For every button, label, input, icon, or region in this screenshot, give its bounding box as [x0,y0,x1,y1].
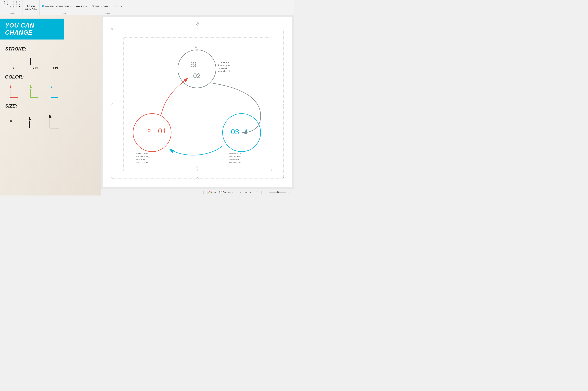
svg-text:dolor sit amet,: dolor sit amet, [136,155,149,158]
view-full-button[interactable]: ⛶ [256,191,258,194]
circle-icon[interactable]: ⬭ [12,1,15,3]
replace-dropdown-icon[interactable]: ▾ [110,5,111,7]
svg-text:⚙: ⚙ [147,128,151,133]
status-bar: 📝 Notes 💬 Comments ⊟ ⊞ ⊡ ⛶ − [101,189,294,196]
square-icon[interactable]: ▢ [15,1,18,3]
svg-text:adipiscing elit: adipiscing elit [229,161,241,163]
rect-icon[interactable]: ▭ [9,1,12,3]
svg-text:consectetur: consectetur [136,158,147,160]
quick-styles-button[interactable]: ⊡ Quick Styles [24,7,38,11]
dropdown-shapes-icon[interactable]: ▾ [18,1,21,3]
view-slide-button[interactable]: ⊞ [245,191,247,194]
shape-effects-button[interactable]: ✦ Shape Effects ▾ [72,4,89,8]
arc2-icon[interactable]: ∫ [6,3,9,5]
drawing-icons-row3: ⌣ ⌢ { } ⋯ ▾ [3,5,21,8]
svg-marker-8 [10,85,11,88]
stroke-5pt-svg [51,55,61,65]
stroke-section: STROKE: 2 PT 3 PT [0,46,101,69]
expand2-icon[interactable]: ▾ [18,5,21,8]
arrow-right-icon[interactable]: → [9,3,12,5]
stroke-5pt-item: 5 PT [51,55,61,69]
brace-icon[interactable]: { [9,5,12,8]
comments-button[interactable]: 💬 Comments [219,191,233,194]
svg-point-39 [223,114,261,152]
color-label: COLOR: [5,74,96,80]
replace-item[interactable]: ↔ Replace ▾ [100,5,112,7]
svg-text:Lorem ipsum: Lorem ipsum [229,152,241,154]
arrow2-icon[interactable]: ⇒ [12,3,15,5]
line-icon[interactable]: / [3,1,6,3]
stroke-2pt-label: 2 PT [13,67,18,69]
svg-marker-23 [49,114,51,118]
stroke-2pt-item: 2 PT [10,55,20,69]
zoom-in-button[interactable]: + [287,191,291,194]
size-demo-row [10,112,96,129]
color-blue-item [51,83,61,98]
main-area: YOU CAN CHANGE STROKE: 2 PT [0,15,294,196]
find-icon: 🔍 [92,5,94,7]
svg-text:adipiscing elit: adipiscing elit [136,161,148,163]
shape-fill-dropdown-icon[interactable]: ▾ [53,5,54,7]
arrange-button[interactable]: ⊞ Arrange [25,4,36,7]
svg-text:consectetur: consectetur [218,67,229,70]
svg-text:dolor sit amet,: dolor sit amet, [218,64,231,67]
color-section: COLOR: [0,74,101,98]
brace2-icon[interactable]: } [12,5,15,8]
svg-text:🖼: 🖼 [191,62,196,67]
view-normal-button[interactable]: ⊟ [239,191,241,194]
svg-point-25 [178,50,216,88]
shape-outline-icon: ▱ [56,5,58,7]
more2-icon[interactable]: ⋯ [15,5,18,8]
size-small-item [10,115,18,129]
zoom-thumb[interactable] [277,191,279,193]
select-item[interactable]: ↖ Select ▾ [112,5,123,7]
size-large-svg [49,112,61,129]
svg-marker-20 [29,117,31,120]
notes-label: Notes [211,191,216,194]
shape-effects-dropdown-icon[interactable]: ▾ [88,5,88,7]
find-item[interactable]: 🔍 Find [91,5,99,7]
notes-button[interactable]: 📝 Notes [207,191,216,194]
arc1-icon[interactable]: ⌒ [3,3,6,5]
shape-effects-icon: ✦ [73,5,75,7]
view-slide-icon: ⊞ [245,191,247,194]
quick-styles-icon: ⊡ [25,8,27,10]
diagonal-icon[interactable]: \ [6,1,9,3]
size-label: SIZE: [5,103,96,109]
svg-text:adipiscing elit: adipiscing elit [218,70,231,72]
svg-text:↻: ↻ [194,45,197,49]
select-icon: ↖ [113,5,115,7]
arrange-icon: ⊞ [26,5,28,7]
right-panel: ↻ 🖼 02 Lorem ipsum dolor sit amet, conse… [101,15,294,196]
canvas-area[interactable]: ↻ 🖼 02 Lorem ipsum dolor sit amet, conse… [103,17,292,187]
color-green-svg [30,83,40,98]
curve1-icon[interactable]: ⌣ [3,5,6,8]
shape-format-buttons: 🪣 Shape Fill ▾ ▱ Shape Outline ▾ ✦ Shape… [40,1,89,12]
stroke-2pt-svg [10,55,20,65]
select-dropdown-icon[interactable]: ▾ [121,5,122,7]
zoom-controls: − + [265,191,291,194]
infographic-svg: ↻ 🖼 02 Lorem ipsum dolor sit amet, conse… [103,17,292,187]
notes-icon: 📝 [207,191,210,194]
view-reading-button[interactable]: ⊡ [250,191,252,194]
arrow3-icon[interactable]: ⇨ [15,3,18,5]
zoom-out-button[interactable]: − [265,191,268,194]
drawing-group: / \ ▭ ⬭ ▢ ▾ ⌒ ∫ → ⇒ ⇨ ▾ ⌣ ⌢ { } [2,0,22,15]
size-small-svg [10,115,18,129]
svg-marker-11 [30,85,32,88]
shape-outline-dropdown-icon[interactable]: ▾ [70,5,71,7]
curve2-icon[interactable]: ⌢ [6,5,9,8]
editing-group: 🔍 Find ↔ Replace ▾ ↖ Select ▾ Editing [90,0,124,15]
stroke-3pt-item: 3 PT [30,55,40,69]
drawing-icons-row2: ⌒ ∫ → ⇒ ⇨ ▾ [3,3,21,5]
zoom-slider[interactable] [269,192,286,193]
size-large-item [49,112,61,129]
drawing-group-label: Drawing [3,12,21,14]
shape-outline-button[interactable]: ▱ Shape Outline ▾ [55,4,72,8]
comments-icon: 💬 [219,191,222,194]
more-shapes-icon[interactable]: ▾ [18,3,21,5]
shape-fill-button[interactable]: 🪣 Shape Fill ▾ [40,4,55,8]
replace-icon: ↔ [100,5,102,7]
svg-text:consectetur: consectetur [229,158,239,160]
svg-text:♟: ♟ [244,128,248,134]
